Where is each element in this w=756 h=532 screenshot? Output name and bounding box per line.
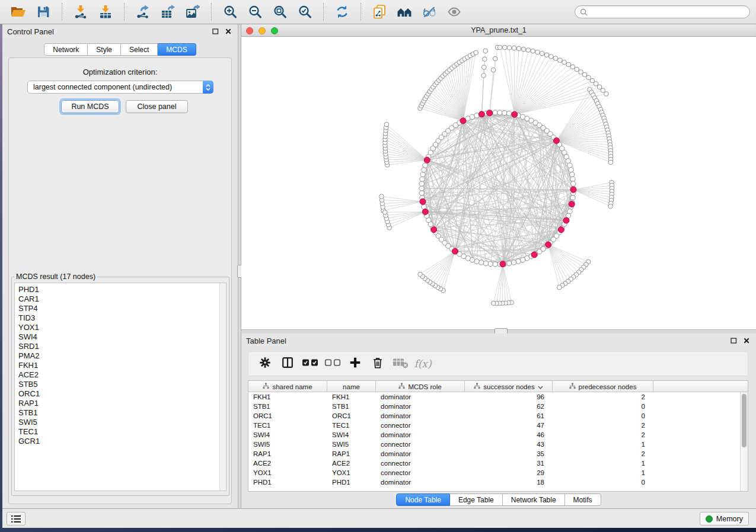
graph-leaf-node[interactable] — [384, 122, 389, 127]
network-window-titlebar[interactable]: YPA_prune.txt_1 — [241, 24, 756, 37]
graph-leaf-node[interactable] — [582, 72, 587, 77]
delete-column-button[interactable] — [367, 354, 388, 373]
graph-leaf-node[interactable] — [562, 60, 567, 65]
column-header-successor-nodes[interactable]: successor nodes — [465, 381, 553, 392]
graph-hub-node[interactable] — [553, 137, 559, 143]
graph-node[interactable] — [516, 259, 521, 264]
window-zoom-light[interactable] — [271, 27, 278, 34]
clone-network-button[interactable] — [369, 2, 390, 21]
graph-leaf-node[interactable] — [493, 56, 497, 61]
float-panel-icon[interactable] — [210, 27, 220, 36]
tab-select[interactable]: Select — [121, 43, 158, 56]
graph-leaf-node[interactable] — [597, 85, 602, 89]
graph-leaf-node[interactable] — [474, 50, 479, 55]
zoom-selected-button[interactable] — [295, 2, 315, 21]
graph-hub-node[interactable] — [500, 261, 506, 267]
graph-node[interactable] — [493, 262, 497, 267]
table-row[interactable]: STB1STB1dominator620 — [248, 402, 748, 411]
graph-node[interactable] — [419, 181, 424, 186]
column-header-predecessor-nodes[interactable]: predecessor nodes — [553, 381, 653, 392]
table-scrollbar[interactable] — [740, 392, 748, 491]
tab-network[interactable]: Network — [44, 43, 88, 56]
graph-leaf-node[interactable] — [382, 210, 387, 215]
close-panel-icon[interactable] — [224, 27, 233, 36]
search-network-button[interactable] — [394, 2, 414, 21]
table-row[interactable]: ACE2ACE2connector311 — [248, 459, 748, 468]
column-header-mcds-role[interactable]: MCDS role — [376, 381, 465, 392]
graph-node[interactable] — [419, 191, 424, 196]
graph-leaf-node[interactable] — [516, 46, 521, 51]
table-row[interactable]: TEC1TEC1connector472 — [248, 421, 748, 430]
graph-hub-node[interactable] — [546, 242, 551, 248]
graph-leaf-node[interactable] — [557, 285, 562, 290]
graph-leaf-node[interactable] — [379, 194, 384, 199]
select-all-button[interactable] — [299, 354, 321, 373]
show-panels-button[interactable] — [444, 2, 464, 21]
graph-leaf-node[interactable] — [502, 45, 507, 50]
graph-leaf-node[interactable] — [535, 50, 540, 55]
add-column-button[interactable] — [344, 354, 366, 373]
graph-leaf-node[interactable] — [594, 82, 598, 86]
graph-node[interactable] — [571, 181, 576, 186]
graph-leaf-node[interactable] — [521, 47, 526, 52]
column-header-name[interactable]: name — [327, 381, 376, 392]
graph-node[interactable] — [570, 177, 575, 181]
graph-node[interactable] — [497, 110, 502, 115]
run-mcds-button[interactable]: Run MCDS — [61, 100, 119, 113]
graph-leaf-node[interactable] — [491, 301, 496, 306]
table-row[interactable]: RAP1RAP1dominator352 — [248, 449, 748, 459]
horizontal-splitter[interactable] — [241, 329, 756, 334]
graph-hub-node[interactable] — [424, 157, 430, 163]
graph-leaf-node[interactable] — [482, 65, 487, 70]
graph-node[interactable] — [506, 111, 511, 116]
network-graph[interactable] — [241, 37, 756, 329]
graph-leaf-node[interactable] — [483, 49, 488, 53]
search-input[interactable] — [591, 8, 745, 16]
close-table-panel-icon[interactable] — [742, 336, 751, 345]
graph-node[interactable] — [420, 172, 425, 177]
graph-node[interactable] — [570, 196, 575, 200]
graph-leaf-node[interactable] — [544, 53, 549, 57]
memory-button[interactable]: Memory — [700, 512, 749, 525]
graph-node[interactable] — [479, 260, 483, 265]
graph-leaf-node[interactable] — [553, 56, 558, 61]
graph-leaf-node[interactable] — [540, 52, 544, 56]
table-row[interactable]: ORC1ORC1dominator610 — [248, 411, 748, 421]
mcds-result-list[interactable]: PHD1CAR1STP4TID3YOX1SWI4SRD1PMA2FKH1ACE2… — [14, 283, 227, 491]
graph-hub-node[interactable] — [452, 248, 458, 254]
graph-node[interactable] — [493, 110, 497, 115]
graph-leaf-node[interactable] — [575, 67, 579, 72]
table-row[interactable]: PHD1PHD1dominator180 — [248, 477, 748, 487]
show-panel-list-button[interactable] — [7, 512, 25, 525]
table-row[interactable]: SWI4SWI4dominator462 — [248, 430, 748, 440]
graph-node[interactable] — [511, 260, 516, 265]
graph-leaf-node[interactable] — [512, 46, 516, 50]
hide-panels-button[interactable] — [419, 2, 439, 21]
zoom-in-button[interactable] — [220, 2, 240, 21]
table-row[interactable]: FKH1FKH1dominator962 — [248, 392, 748, 402]
graph-node[interactable] — [506, 261, 511, 265]
table-row[interactable]: SWI5SWI5connector431 — [248, 440, 748, 449]
graph-leaf-node[interactable] — [566, 62, 571, 67]
network-canvas[interactable] — [241, 37, 756, 329]
tab-edge-table[interactable]: Edge Table — [450, 493, 503, 506]
graph-leaf-node[interactable] — [481, 73, 486, 78]
tab-mcds[interactable]: MCDS — [158, 43, 196, 56]
settings-button[interactable] — [254, 354, 276, 373]
graph-leaf-node[interactable] — [608, 160, 613, 165]
close-panel-button[interactable]: Close panel — [126, 100, 188, 113]
graph-hub-node[interactable] — [531, 252, 537, 258]
graph-node[interactable] — [488, 261, 493, 266]
graph-hub-node[interactable] — [563, 217, 569, 223]
graph-leaf-node[interactable] — [586, 75, 591, 80]
graph-leaf-node[interactable] — [531, 49, 535, 53]
import-network-button[interactable] — [71, 2, 91, 21]
table-row[interactable]: YOX1YOX1connector291 — [248, 468, 748, 477]
graph-node[interactable] — [419, 186, 424, 191]
graph-node[interactable] — [474, 113, 479, 118]
open-file-button[interactable] — [8, 2, 28, 21]
window-close-light[interactable] — [246, 27, 253, 34]
window-minimize-light[interactable] — [259, 27, 266, 34]
graph-hub-node[interactable] — [422, 209, 428, 215]
tab-style[interactable]: Style — [88, 43, 121, 56]
